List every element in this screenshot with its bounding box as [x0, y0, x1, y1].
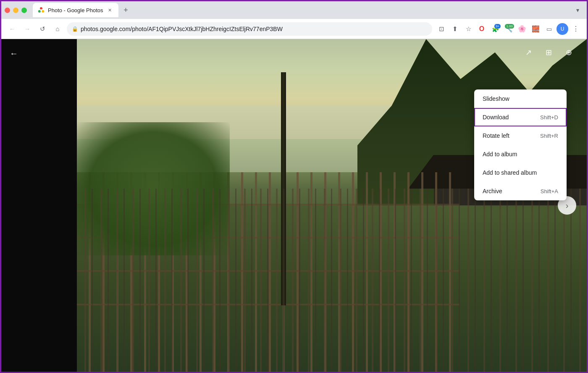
svg-point-2	[38, 10, 41, 13]
rotate-left-shortcut: Shift+R	[540, 133, 558, 139]
close-window-button[interactable]	[5, 8, 10, 13]
photo-toolbar: ↗ ⊞ ⊕	[521, 45, 576, 60]
main-content: ← ↗ ⊞ ⊕ › Slid	[1, 39, 587, 372]
split-icon: ▭	[546, 26, 552, 32]
flower-icon: 🌸	[518, 25, 526, 33]
opera-extension[interactable]: O	[476, 23, 488, 35]
badge-9plus: 9+	[494, 24, 501, 29]
nav-bar: ← → ↺ ⌂ 🔒 photos.google.com/photo/AF1Qip…	[1, 19, 587, 39]
share-toolbar-icon: ↗	[525, 48, 532, 57]
archive-shortcut: Shift+A	[541, 188, 558, 194]
lock-icon: 🔒	[72, 26, 78, 32]
extension-badge-100[interactable]: 🔧 1.00	[503, 23, 514, 35]
photo-back-button[interactable]: ←	[6, 46, 21, 61]
menu-item-add-to-album[interactable]: Add to album	[474, 145, 567, 163]
adjust-toolbar-button[interactable]: ⊞	[541, 45, 556, 60]
opera-icon: O	[479, 25, 484, 33]
context-menu: Slideshow Download Shift+D Rotate left S…	[474, 89, 567, 200]
url-text: photos.google.com/photo/AF1QipPVJscXtkJl…	[81, 26, 427, 32]
archive-label: Archive	[483, 188, 502, 194]
extension-badge-9plus[interactable]: 🧩 9+	[489, 23, 501, 35]
tab-right-controls: ▾	[572, 4, 583, 16]
menu-item-archive[interactable]: Archive Shift+A	[474, 182, 567, 200]
refresh-icon: ↺	[40, 25, 45, 33]
svg-point-1	[42, 10, 44, 13]
tab-bar: Photo - Google Photos ✕ + ▾	[1, 1, 587, 19]
puzzle-icon: 🧱	[532, 25, 540, 33]
chrome-menu-button[interactable]: ⋮	[570, 23, 582, 35]
menu-icon: ⋮	[572, 25, 579, 33]
menu-item-add-to-shared-album[interactable]: Add to shared album	[474, 163, 567, 182]
tab-favicon	[38, 7, 45, 13]
add-to-shared-album-label: Add to shared album	[483, 169, 537, 176]
address-bar[interactable]: 🔒 photos.google.com/photo/AF1QipPVJscXtk…	[67, 22, 432, 36]
split-screen-button[interactable]: ▭	[543, 23, 555, 35]
extension-flower[interactable]: 🌸	[516, 23, 528, 35]
fence-overlay	[77, 189, 587, 372]
avatar-button[interactable]: U	[556, 23, 568, 35]
menu-item-download[interactable]: Download Shift+D	[474, 108, 567, 126]
maximize-window-button[interactable]	[21, 8, 27, 13]
download-label: Download	[483, 114, 509, 121]
home-button[interactable]: ⌂	[52, 23, 63, 35]
bookmark-button[interactable]: ☆	[462, 23, 474, 35]
bookmark-icon: ☆	[466, 25, 471, 33]
browser-window: Photo - Google Photos ✕ + ▾ ← → ↺ ⌂ 🔒 ph…	[1, 1, 587, 372]
active-tab[interactable]: Photo - Google Photos ✕	[33, 3, 118, 17]
cast-icon: ⊡	[439, 25, 444, 33]
tab-close-button[interactable]: ✕	[107, 7, 113, 13]
next-arrow-icon: ›	[566, 201, 569, 210]
tab-title: Photo - Google Photos	[48, 7, 103, 13]
menu-item-slideshow[interactable]: Slideshow	[474, 89, 567, 108]
download-shortcut: Shift+D	[540, 114, 558, 121]
user-avatar: U	[556, 23, 568, 35]
forward-icon: →	[24, 25, 31, 32]
svg-point-3	[40, 9, 42, 11]
back-button[interactable]: ←	[6, 23, 18, 35]
nav-right-controls: ⊡ ⬆ ☆ O 🧩 9+ 🔧 1.00	[436, 23, 582, 35]
share-icon: ⬆	[452, 25, 458, 33]
minimize-window-button[interactable]	[13, 8, 18, 13]
badge-100: 1.00	[505, 24, 514, 29]
new-tab-button[interactable]: +	[120, 4, 132, 16]
share-page-button[interactable]: ⬆	[449, 23, 461, 35]
window-controls	[5, 8, 27, 13]
slideshow-label: Slideshow	[483, 95, 509, 102]
share-toolbar-button[interactable]: ↗	[521, 45, 536, 60]
menu-item-rotate-left[interactable]: Rotate left Shift+R	[474, 126, 567, 145]
adjust-icon: ⊞	[546, 48, 552, 57]
add-to-album-label: Add to album	[483, 151, 517, 158]
extension-puzzle[interactable]: 🧱	[530, 23, 541, 35]
home-icon: ⌂	[55, 25, 59, 32]
rotate-left-label: Rotate left	[483, 132, 509, 139]
forward-button[interactable]: →	[21, 23, 33, 35]
back-icon: ←	[9, 25, 16, 32]
cast-button[interactable]: ⊡	[436, 23, 447, 35]
photo-viewer: ← ↗ ⊞ ⊕ › Slid	[1, 39, 587, 372]
refresh-button[interactable]: ↺	[37, 23, 48, 35]
zoom-toolbar-button[interactable]: ⊕	[561, 45, 576, 60]
left-panel	[1, 39, 77, 372]
zoom-icon: ⊕	[566, 48, 572, 57]
back-arrow-icon: ←	[10, 49, 18, 58]
tab-menu-button[interactable]: ▾	[572, 4, 583, 16]
